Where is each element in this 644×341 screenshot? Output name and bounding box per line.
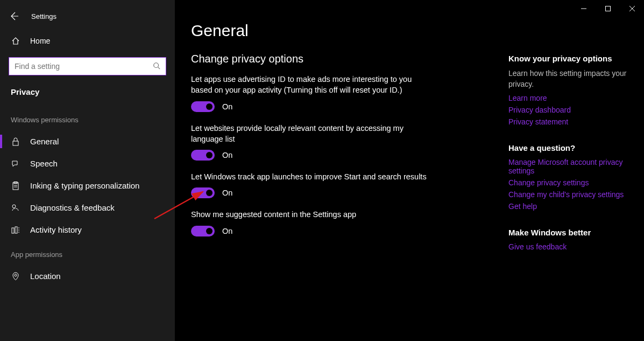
svg-line-5 — [158, 67, 160, 69]
svg-rect-12 — [12, 228, 14, 233]
sidebar: Settings Home Privacy Windows permission… — [0, 0, 175, 341]
link-get-help[interactable]: Get help — [508, 202, 628, 211]
link-change-privacy-settings[interactable]: Change privacy settings — [508, 178, 628, 187]
search-box[interactable] — [9, 57, 166, 75]
toggle-state: On — [222, 189, 232, 197]
sidebar-section-windows-permissions: Windows permissions — [0, 106, 175, 130]
nav-item-activity-history[interactable]: Activity history — [0, 219, 175, 241]
link-privacy-dashboard[interactable]: Privacy dashboard — [508, 106, 628, 114]
toggle-track-app-launches[interactable] — [191, 187, 215, 198]
nav-item-diagnostics[interactable]: Diagnostics & feedback — [0, 197, 175, 219]
back-button[interactable] — [6, 9, 22, 24]
clipboard-icon — [11, 182, 20, 190]
nav-home[interactable]: Home — [0, 29, 175, 53]
link-give-feedback[interactable]: Give us feedback — [508, 242, 628, 251]
close-button[interactable] — [620, 0, 644, 17]
sidebar-current-section: Privacy — [0, 83, 175, 106]
nav-item-label: General — [30, 137, 59, 146]
nav-item-label: Inking & typing personalization — [30, 181, 139, 190]
toggle-language-list[interactable] — [191, 150, 215, 161]
feedback-icon — [11, 204, 20, 212]
setting-label: Let apps use advertising ID to make ads … — [191, 74, 428, 96]
link-manage-account-privacy[interactable]: Manage Microsoft account privacy setting… — [508, 158, 628, 175]
toggle-advertising-id[interactable] — [191, 101, 215, 112]
home-icon — [11, 37, 20, 45]
link-child-privacy-settings[interactable]: Change my child's privacy settings — [508, 190, 628, 199]
toggle-state: On — [222, 151, 232, 159]
nav-item-inking[interactable]: Inking & typing personalization — [0, 175, 175, 197]
setting-language-list: Let websites provide locally relevant co… — [191, 123, 428, 161]
setting-track-app-launches: Let Windows track app launches to improv… — [191, 171, 428, 198]
svg-rect-13 — [15, 227, 17, 233]
setting-label: Let Windows track app launches to improv… — [191, 171, 428, 182]
setting-label: Let websites provide locally relevant co… — [191, 123, 428, 145]
search-input[interactable] — [15, 62, 146, 71]
location-icon — [11, 272, 20, 281]
nav-item-label: Activity history — [30, 225, 82, 234]
minimize-button[interactable] — [571, 0, 596, 17]
speech-icon — [11, 159, 20, 168]
link-privacy-statement[interactable]: Privacy statement — [508, 117, 628, 126]
setting-advertising-id: Let apps use advertising ID to make ads … — [191, 74, 428, 112]
page-title: General — [191, 22, 492, 40]
section-title: Change privacy options — [191, 53, 492, 65]
link-learn-more[interactable]: Learn more — [508, 94, 628, 102]
aside-heading-privacy-options: Know your privacy options — [508, 54, 628, 63]
lock-icon — [11, 137, 20, 146]
nav-item-general[interactable]: General — [0, 130, 175, 152]
main-content: General Change privacy options Let apps … — [175, 0, 644, 341]
history-icon — [11, 226, 20, 234]
nav-home-label: Home — [30, 37, 50, 45]
nav-item-label: Diagnostics & feedback — [30, 203, 115, 212]
toggle-state: On — [222, 227, 232, 235]
svg-point-4 — [154, 62, 159, 67]
setting-suggested-content: Show me suggested content in the Setting… — [191, 209, 428, 236]
sidebar-section-app-permissions: App permissions — [0, 241, 175, 265]
toggle-suggested-content[interactable] — [191, 226, 215, 236]
toggle-state: On — [222, 102, 232, 111]
aside: Know your privacy options Learn how this… — [508, 22, 628, 341]
nav-item-speech[interactable]: Speech — [0, 152, 175, 175]
search-icon — [153, 62, 160, 71]
svg-point-17 — [15, 274, 17, 276]
aside-text: Learn how this setting impacts your priv… — [508, 68, 628, 89]
nav-item-location[interactable]: Location — [0, 265, 175, 287]
nav-item-label: Location — [30, 272, 61, 281]
svg-rect-1 — [605, 6, 610, 11]
aside-heading-question: Have a question? — [508, 143, 628, 152]
aside-heading-make-better: Make Windows better — [508, 228, 628, 237]
svg-point-11 — [12, 205, 16, 208]
maximize-button[interactable] — [596, 0, 620, 17]
nav-item-label: Speech — [30, 159, 58, 168]
setting-label: Show me suggested content in the Setting… — [191, 209, 428, 220]
app-title: Settings — [31, 12, 56, 20]
svg-rect-6 — [13, 141, 18, 145]
